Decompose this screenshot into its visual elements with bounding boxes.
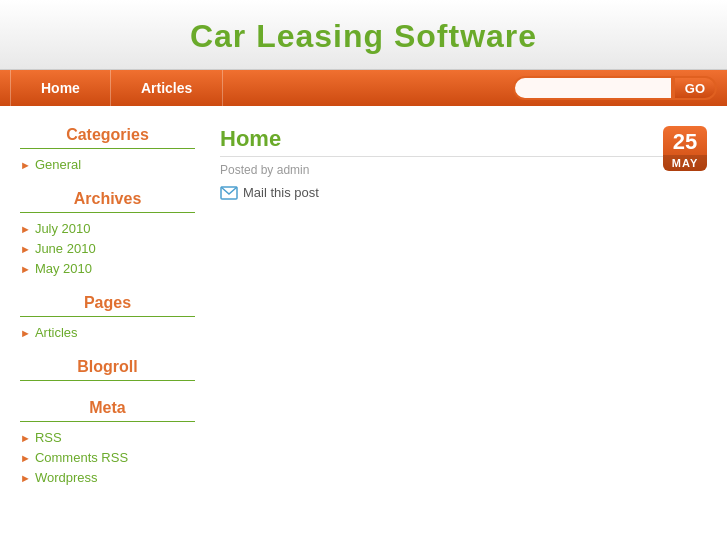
nav-bar: Home Articles GO bbox=[0, 70, 727, 106]
sidebar-link-label: July 2010 bbox=[35, 221, 91, 236]
categories-divider bbox=[20, 148, 195, 149]
arrow-icon: ► bbox=[20, 472, 31, 484]
main-layout: Categories ► General Archives ► July 201… bbox=[0, 106, 727, 545]
sidebar-blogroll-title: Blogroll bbox=[20, 358, 195, 376]
site-header: Car Leasing Software bbox=[0, 0, 727, 70]
mail-post-label: Mail this post bbox=[243, 185, 319, 200]
meta-divider bbox=[20, 421, 195, 422]
archives-divider bbox=[20, 212, 195, 213]
arrow-icon: ► bbox=[20, 432, 31, 444]
date-month: MAY bbox=[663, 155, 707, 171]
pages-divider bbox=[20, 316, 195, 317]
content-area: 25 MAY Home Posted by admin Mail this po… bbox=[210, 106, 727, 545]
sidebar-archives-section: Archives ► July 2010 ► June 2010 ► May 2… bbox=[20, 190, 195, 276]
sidebar-categories-section: Categories ► General bbox=[20, 126, 195, 172]
sidebar-link-wordpress[interactable]: ► Wordpress bbox=[20, 470, 195, 485]
sidebar-blogroll-section: Blogroll bbox=[20, 358, 195, 381]
arrow-icon: ► bbox=[20, 327, 31, 339]
post-title: Home bbox=[220, 126, 707, 152]
site-title: Car Leasing Software bbox=[0, 18, 727, 55]
sidebar-link-label: General bbox=[35, 157, 81, 172]
sidebar-archives-title: Archives bbox=[20, 190, 195, 208]
sidebar-link-label: Wordpress bbox=[35, 470, 98, 485]
date-badge: 25 MAY bbox=[663, 126, 707, 171]
nav-item-articles[interactable]: Articles bbox=[111, 70, 223, 106]
sidebar-categories-title: Categories bbox=[20, 126, 195, 144]
sidebar-link-label: RSS bbox=[35, 430, 62, 445]
sidebar-link-general[interactable]: ► General bbox=[20, 157, 195, 172]
mail-icon bbox=[220, 186, 238, 200]
arrow-icon: ► bbox=[20, 159, 31, 171]
post-divider bbox=[220, 156, 707, 157]
search-button[interactable]: GO bbox=[673, 76, 717, 100]
post-meta: Posted by admin bbox=[220, 163, 707, 177]
sidebar-pages-section: Pages ► Articles bbox=[20, 294, 195, 340]
sidebar-link-rss[interactable]: ► RSS bbox=[20, 430, 195, 445]
sidebar-link-label: Comments RSS bbox=[35, 450, 128, 465]
sidebar-link-june2010[interactable]: ► June 2010 bbox=[20, 241, 195, 256]
sidebar-link-july2010[interactable]: ► July 2010 bbox=[20, 221, 195, 236]
sidebar-meta-title: Meta bbox=[20, 399, 195, 417]
sidebar-meta-section: Meta ► RSS ► Comments RSS ► Wordpress bbox=[20, 399, 195, 485]
sidebar: Categories ► General Archives ► July 201… bbox=[0, 106, 210, 545]
sidebar-link-label: May 2010 bbox=[35, 261, 92, 276]
arrow-icon: ► bbox=[20, 223, 31, 235]
arrow-icon: ► bbox=[20, 263, 31, 275]
blogroll-divider bbox=[20, 380, 195, 381]
sidebar-link-label: Articles bbox=[35, 325, 78, 340]
mail-post-link[interactable]: Mail this post bbox=[220, 185, 707, 200]
sidebar-link-label: June 2010 bbox=[35, 241, 96, 256]
arrow-icon: ► bbox=[20, 452, 31, 464]
nav-links: Home Articles bbox=[10, 70, 513, 106]
arrow-icon: ► bbox=[20, 243, 31, 255]
sidebar-pages-title: Pages bbox=[20, 294, 195, 312]
nav-item-home[interactable]: Home bbox=[10, 70, 111, 106]
sidebar-link-comments-rss[interactable]: ► Comments RSS bbox=[20, 450, 195, 465]
search-area: GO bbox=[513, 76, 717, 100]
sidebar-link-may2010[interactable]: ► May 2010 bbox=[20, 261, 195, 276]
sidebar-link-articles[interactable]: ► Articles bbox=[20, 325, 195, 340]
search-input[interactable] bbox=[513, 76, 673, 100]
date-day: 25 bbox=[663, 126, 707, 155]
